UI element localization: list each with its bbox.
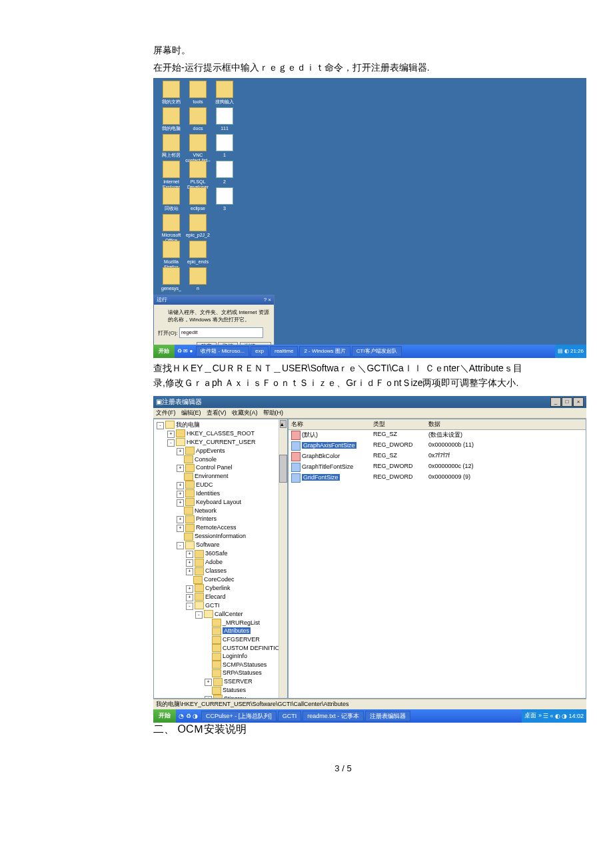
run-title: 运行 [157,295,167,305]
run-open-label: 打开(O): [158,329,178,335]
run-prompt: 请键入程序、文件夹、文档或 Internet 资源的名称，Windows 将为您… [168,309,270,323]
desktop-icon-tools[interactable]: tools [185,81,211,105]
start-button-2[interactable]: 开始 [153,709,176,723]
tree-scrollbar[interactable]: ▴ [279,419,287,698]
registry-tree[interactable]: -我的电脑+HKEY_CLASSES_ROOT-HKEY_CURRENT_USE… [153,419,288,699]
value-row-4[interactable]: GridFontSizeREG_DWORD0x00000009 (9) [289,473,586,483]
desktop-icon-n[interactable]: n [185,267,211,291]
taskbar-item-0[interactable]: 收件箱 - Microso... [196,346,249,357]
tree-item-SCMPAStatuses[interactable]: SCMPAStatuses [155,661,286,669]
tree-item-EUDC[interactable]: +EUDC [155,481,286,489]
desktop-icon-eclipse[interactable]: eclipse [185,187,211,211]
tree-item-Classes[interactable]: +Classes [155,567,286,575]
desktop-icon-mydocs[interactable]: 我的文档 [159,81,184,105]
desktop-icon-recycle[interactable]: 回收站 [159,187,184,211]
tree-item-Console[interactable]: Console [155,455,286,464]
regedit-icon: ▣ [156,398,162,405]
page-number: 3 / 5 [153,763,533,773]
tree-item-Environment[interactable]: Environment [155,472,286,481]
taskbar2-item-2[interactable]: readme.txt - 记事本 [303,711,364,721]
run-input[interactable] [179,327,263,338]
tree-item-Attributes[interactable]: Attributes [155,627,286,635]
desktop-icon-plsql[interactable]: PLSQL Developer [185,161,211,190]
taskbar-item-2[interactable]: realtime [270,346,298,357]
desktop-icon-ie[interactable]: Internet Explorer [159,161,184,190]
tree-item-CUSTOM-DEFINITION[interactable]: CUSTOM DEFINITION [155,644,286,653]
tree-item-LoginInfo[interactable]: LoginInfo [155,652,286,661]
tree-item-Cyberlink[interactable]: +Cyberlink [155,584,286,593]
run-titlebar: 运行 ? × [154,295,274,305]
tree-item-CFGSERVER[interactable]: CFGSERVER [155,635,286,644]
tree-item-GCTI[interactable]: -GCTI [155,601,286,610]
tree-item-Identities[interactable]: +Identities [155,489,286,498]
taskbar-item-4[interactable]: CTI客户端发起队 [352,346,402,357]
tree-item-360Safe[interactable]: +360Safe [155,549,286,558]
tree-item-SessionInformation[interactable]: SessionInformation [155,532,286,541]
tree-item-Printers[interactable]: +Printers [155,515,286,523]
tree-item-CoreCodec[interactable]: CoreCodec [155,575,286,584]
start-button[interactable]: 开始 [153,345,175,358]
desktop-icon-sw[interactable]: 搜狗输入 [212,81,237,105]
taskbar: 开始 ♻ ✉ ● 收件箱 - Microso...exprealtime2 - … [153,345,586,358]
run-close-button[interactable]: × [268,297,271,303]
tree-item-AppEvents[interactable]: +AppEvents [155,447,286,455]
section-2-heading: 二、 OCＭ安装说明 [153,723,533,737]
regedit-title: 注册表编辑器 [162,397,202,407]
tree-item-HKEY-CLASSES-ROOT[interactable]: +HKEY_CLASSES_ROOT [155,429,286,438]
tree-item-Adobe[interactable]: +Adobe [155,558,286,567]
desktop-icon-genesys[interactable]: genesys_ [159,267,184,291]
value-list-header: 名称 类型 数据 [289,419,586,430]
value-row-3[interactable]: GraphTitleFontSizeREG_DWORD0x0000000c (1… [289,462,586,473]
doc-line1: 屏幕时。 [153,43,533,57]
tree-item-Network[interactable]: Network [155,507,286,515]
tree-item-Stingray[interactable]: +Stingray [155,695,286,699]
desktop-icon-firefox[interactable]: Mozilla Firefox [159,241,184,270]
tree-item--MRURegList[interactable]: _MRURegList [155,619,286,627]
tree-root[interactable]: -我的电脑 [155,421,286,429]
registry-values[interactable]: 名称 类型 数据 (默认)REG_SZ(数值未设置)GraphAxisFontS… [288,419,586,699]
desktop-icon-2[interactable]: 2 [212,161,237,185]
doc-line3: 查找ＨＫEY＿CUＲＲＥＮＴ＿USER\Softwaｒｅ＼GCTI\Caｌｌ Ｃ… [153,361,533,391]
desktop-icon-111[interactable]: 111 [212,107,237,131]
close-button[interactable]: × [573,397,584,407]
desktop-icon-docs[interactable]: docs [185,107,211,131]
taskbar2-item-3[interactable]: 注册表编辑器 [365,711,410,721]
tree-item-CallCenter[interactable]: -CallCenter [155,610,286,619]
tree-item-Elecard[interactable]: +Elecard [155,593,286,601]
run-icon [158,309,165,322]
regedit-menubar[interactable]: 文件(F)编辑(E)查看(V)收藏夹(A)帮助(H) [153,408,586,419]
system-tray-2[interactable]: 桌面 »☰ « ◐ ◑14:02 [522,709,586,723]
screenshot-regedit: ▣ 注册表编辑器 _ □ × 文件(F)编辑(E)查看(V)收藏夹(A)帮助(H… [153,396,586,709]
tree-item-Statuses[interactable]: Statuses [155,686,286,695]
taskbar2-item-1[interactable]: GCTI [278,711,302,721]
value-row-2[interactable]: GraphBkColorREG_SZ0x7f7f7f [289,451,586,462]
desktop-icon-1[interactable]: 1 [212,134,237,158]
screenshot-desktop: 我的文档我的电脑网上邻居Internet Explorer回收站Microsof… [153,78,586,358]
tree-item-HKEY-CURRENT-USER[interactable]: -HKEY_CURRENT_USER [155,438,286,447]
run-help-button[interactable]: ? [264,297,267,303]
maximize-button[interactable]: □ [562,397,572,407]
tree-item-Keyboard-Layout[interactable]: +Keyboard Layout [155,498,286,507]
taskbar2-item-0[interactable]: CCPulse+ - [上海总队列] [201,711,277,721]
tree-item-Control-Panel[interactable]: +Control Panel [155,463,286,472]
tree-item-SRPAStatuses[interactable]: SRPAStatuses [155,669,286,677]
taskbar-item-1[interactable]: exp [251,346,269,357]
regedit-statusbar: 我的电脑\HKEY_CURRENT_USER\Software\GCTI\Cal… [153,699,586,709]
desktop-icon-mycomp[interactable]: 我的电脑 [159,107,184,131]
minimize-button[interactable]: _ [550,397,561,407]
desktop-icon-netplaces[interactable]: 网上邻居 [159,134,184,158]
taskbar-regedit: 开始 ◔ ♻ ◑ CCPulse+ - [上海总队列]GCTIreadme.tx… [153,709,586,723]
value-row-0[interactable]: (默认)REG_SZ(数值未设置) [289,430,586,441]
desktop-icon-epic1[interactable]: epic_p2J_2 [185,214,211,238]
tree-item-RemoteAccess[interactable]: +RemoteAccess [155,523,286,532]
regedit-titlebar: ▣ 注册表编辑器 _ □ × [153,396,586,408]
tree-item-Software[interactable]: -Software [155,541,286,549]
taskbar-item-3[interactable]: 2 - Windows 图片 [299,346,350,357]
desktop-icon-epic2[interactable]: epic_ends [185,241,211,265]
tree-item-SSERVER[interactable]: +SSERVER [155,677,286,686]
desktop-icon-3[interactable]: 3 [212,187,237,211]
system-tray[interactable]: ▤ ◐21:26 [555,345,586,358]
value-row-1[interactable]: GraphAxisFontSizeREG_DWORD0x0000000b (11… [289,441,586,451]
desktop-icon-msoffice[interactable]: Microsoft Office [159,214,184,243]
doc-line2: 在开始-运行提示框中输入ｒｅｇｅｄｉｔ命令，打开注册表编辑器. [153,60,533,75]
